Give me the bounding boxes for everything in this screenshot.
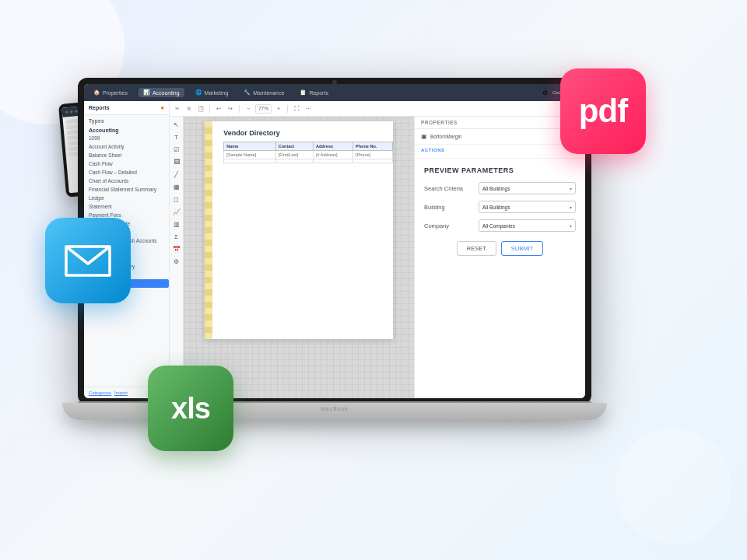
xls-badge: xls <box>148 366 233 451</box>
toolbar-sep-3 <box>287 105 288 113</box>
accounting-icon: 📊 <box>143 89 150 96</box>
report-title: Vendor Directory <box>223 129 383 137</box>
cell-name-2 <box>224 159 275 163</box>
cell-contact-2 <box>275 159 313 163</box>
toolbar-zoom-in-btn[interactable]: + <box>274 104 283 114</box>
toolbar-undo-btn[interactable]: ↩ <box>214 104 223 114</box>
toolbar-zoom-out-btn[interactable]: − <box>244 104 253 114</box>
company-chevron-icon: ▾ <box>570 223 572 229</box>
pdf-badge: pdf <box>560 68 646 154</box>
laptop-camera <box>332 80 337 85</box>
param-search-criteria-label: Search Criteria <box>424 185 479 192</box>
cell-address: [# Address] <box>314 151 353 159</box>
props-actions-label: ACTIONS <box>421 148 579 152</box>
param-building-label: Building <box>424 204 479 211</box>
preview-params-section: PREVIEW PARAMETERS Search Criteria All B… <box>415 159 585 264</box>
nav-tab-accounting[interactable]: 📊 Accounting <box>139 88 184 97</box>
nav-tab-properties-label: Properties <box>103 90 128 96</box>
user-icon: ⚙ <box>542 89 548 96</box>
toolbar-cut-btn[interactable]: ✂ <box>173 104 182 114</box>
report-table-row-1: [Sample Name] [First/Last] [# Address] [… <box>224 151 392 159</box>
icon-text[interactable]: T <box>171 131 182 142</box>
sidebar-item-cash-flow-detailed[interactable]: Cash Flow – Detailed <box>84 168 169 177</box>
icon-image[interactable]: 🖼 <box>171 156 182 167</box>
sidebar-item-1099[interactable]: 1099 <box>84 134 169 142</box>
props-panel: PROPERTIES ▣ BottomMargin ACTIONS <box>414 117 585 398</box>
sidebar-item-chart-of-accounts[interactable]: Chart of Accounts <box>84 177 169 185</box>
sidebar-types-label: Types <box>84 115 169 125</box>
icon-calendar[interactable]: 📅 <box>171 243 182 254</box>
toolbar-fit-btn[interactable]: ⛶ <box>292 104 301 114</box>
footer-categories-link[interactable]: Categories <box>89 390 111 395</box>
properties-icon: 🏠 <box>93 89 100 96</box>
sidebar-item-cash-flow[interactable]: Cash Flow <box>84 159 169 168</box>
sidebar-item-statement[interactable]: Statement <box>84 202 169 211</box>
nav-tab-properties[interactable]: 🏠 Properties <box>89 88 132 97</box>
toolbar: ✂ ⎘ 📋 ↩ ↪ − 77% + ⛶ ⋯ <box>170 101 585 117</box>
nav-tab-marketing-label: Marketing <box>205 90 229 96</box>
report-table: Name Contact Address Phone No. [ <box>223 142 392 163</box>
pdf-badge-label: pdf <box>579 93 627 130</box>
col-contact: Contact <box>275 142 313 151</box>
icon-table[interactable]: ▦ <box>171 181 182 192</box>
icon-settings[interactable]: ⚙ <box>171 256 182 267</box>
sidebar-item-fin-statement[interactable]: Financial Statement Summary <box>84 185 169 194</box>
icon-chart[interactable]: 📈 <box>171 206 182 217</box>
sidebar-item-account-activity[interactable]: Account Activity <box>84 142 169 151</box>
nav-tab-marketing[interactable]: 🌐 Marketing <box>191 88 233 97</box>
toolbar-more-btn[interactable]: ⋯ <box>303 104 313 114</box>
params-buttons: RESET SUBMIT <box>424 241 576 256</box>
report-page: Vendor Directory Name Contact Address Ph… <box>205 121 392 339</box>
sidebar-group-label: Accounting <box>84 125 169 134</box>
nav-tab-accounting-label: Accounting <box>153 90 180 96</box>
icon-checkbox[interactable]: ☑ <box>171 144 182 155</box>
param-company-value: All Companies <box>482 223 515 229</box>
report-stripe <box>205 121 212 339</box>
icon-sigma[interactable]: Σ <box>171 231 182 242</box>
nav-tab-reports[interactable]: 📋 Reports <box>295 88 333 97</box>
sidebar-title: Reports <box>89 105 109 110</box>
content-split: ↖ T ☑ 🖼 ╱ ▦ ◻ 📈 ▥ Σ 📅 ⚙ <box>170 117 585 398</box>
tablet-nav-dot-2 <box>70 110 73 114</box>
sidebar-item-ledger[interactable]: Ledger <box>84 194 169 202</box>
app-header: 🏠 Properties 📊 Accounting 🌐 Marketing 🔧 … <box>84 84 585 101</box>
param-company-select[interactable]: All Companies ▾ <box>479 219 576 232</box>
param-building-select[interactable]: All Buildings ▾ <box>479 201 576 213</box>
toolbar-copy-btn[interactable]: ⎘ <box>184 104 194 114</box>
param-row-search-criteria: Search Criteria All Buildings ▾ <box>424 182 576 194</box>
email-icon <box>65 243 111 278</box>
nav-tab-reports-label: Reports <box>309 90 328 96</box>
svg-rect-0 <box>65 243 111 278</box>
reports-icon: 📋 <box>300 89 307 96</box>
marketing-icon: 🌐 <box>195 89 202 96</box>
reset-button[interactable]: RESET <box>457 241 496 256</box>
col-address: Address <box>314 142 353 151</box>
icon-barcode[interactable]: ▥ <box>171 219 182 229</box>
nav-tab-maintenance-label: Maintenance <box>253 90 284 96</box>
param-search-criteria-select[interactable]: All Buildings ▾ <box>479 182 576 194</box>
submit-button[interactable]: SUBMIT <box>501 241 543 256</box>
building-chevron-icon: ▾ <box>570 205 572 210</box>
icon-shape[interactable]: ◻ <box>171 194 182 205</box>
param-company-label: Company <box>424 222 479 229</box>
toolbar-redo-btn[interactable]: ↪ <box>226 104 235 114</box>
maintenance-icon: 🔧 <box>244 89 251 96</box>
nav-tab-maintenance[interactable]: 🔧 Maintenance <box>239 88 289 97</box>
col-phone: Phone No. <box>353 142 393 151</box>
sidebar-item-balance-sheet[interactable]: Balance Sheet <box>84 151 169 159</box>
search-criteria-chevron-icon: ▾ <box>570 186 572 191</box>
toolbar-paste-btn[interactable]: 📋 <box>196 104 205 114</box>
margin-icon: ▣ <box>421 133 427 140</box>
param-row-building: Building All Buildings ▾ <box>424 201 576 213</box>
toolbar-sep-2 <box>239 105 240 113</box>
cell-address-2 <box>314 159 353 163</box>
email-badge <box>45 218 131 303</box>
report-table-header-row: Name Contact Address Phone No. <box>224 142 392 151</box>
props-actions-section: ACTIONS <box>415 145 585 159</box>
icon-select[interactable]: ↖ <box>171 119 182 130</box>
footer-import-link[interactable]: Import <box>114 390 128 395</box>
deco-shape-2 <box>615 428 731 544</box>
cell-contact: [First/Last] <box>275 151 313 159</box>
preview-params-title: PREVIEW PARAMETERS <box>424 166 576 174</box>
icon-line[interactable]: ╱ <box>171 169 182 180</box>
